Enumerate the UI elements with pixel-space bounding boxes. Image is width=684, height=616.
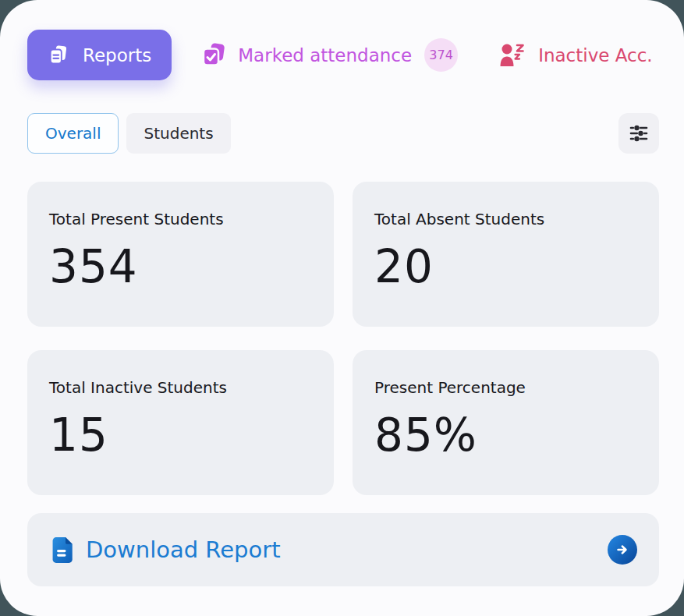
tab-students-label: Students <box>144 124 213 143</box>
nav-item-inactive-accounts[interactable]: Inactive Acc. <box>498 42 653 69</box>
stat-value: 85% <box>374 412 637 458</box>
nav-reports-label: Reports <box>83 45 151 65</box>
nav-item-marked-attendance[interactable]: Marked attendance 374 <box>201 38 458 72</box>
stat-label: Present Percentage <box>374 378 637 397</box>
download-arrow-button[interactable] <box>608 535 637 565</box>
stat-card-present-percentage: Present Percentage 85% <box>353 350 659 495</box>
nav-item-reports[interactable]: Reports <box>27 30 172 80</box>
stat-value: 15 <box>49 412 312 458</box>
stat-label: Total Inactive Students <box>49 378 312 397</box>
stat-value: 20 <box>374 244 637 289</box>
stat-label: Total Absent Students <box>374 210 637 228</box>
attendance-count-badge: 374 <box>424 38 458 72</box>
stat-value: 354 <box>49 244 312 289</box>
stat-card-total-inactive: Total Inactive Students 15 <box>27 350 334 495</box>
stat-card-total-absent: Total Absent Students 20 <box>353 182 659 327</box>
reports-panel: Reports Marked attendance 374 <box>0 0 684 616</box>
stat-card-total-present: Total Present Students 354 <box>27 182 334 327</box>
nav-inactive-accounts-label: Inactive Acc. <box>538 45 653 65</box>
download-report-label: Download Report <box>86 536 281 563</box>
tab-overall-label: Overall <box>45 124 101 143</box>
filter-button[interactable] <box>618 113 659 154</box>
top-nav: Reports Marked attendance 374 <box>27 30 659 80</box>
report-pages-icon <box>48 44 71 67</box>
download-report-bar[interactable]: Download Report <box>27 513 659 586</box>
sliders-icon <box>629 123 649 143</box>
arrow-right-icon <box>615 543 629 557</box>
sleeping-user-icon <box>498 42 528 69</box>
stat-label: Total Present Students <box>49 210 312 228</box>
document-icon <box>49 536 73 564</box>
tab-students[interactable]: Students <box>126 113 230 154</box>
stats-grid: Total Present Students 354 Total Absent … <box>27 182 659 495</box>
tab-overall[interactable]: Overall <box>27 113 119 154</box>
nav-marked-attendance-label: Marked attendance <box>238 45 412 65</box>
tabs-row: Overall Students <box>27 113 659 154</box>
clipboard-check-icon <box>201 42 228 69</box>
